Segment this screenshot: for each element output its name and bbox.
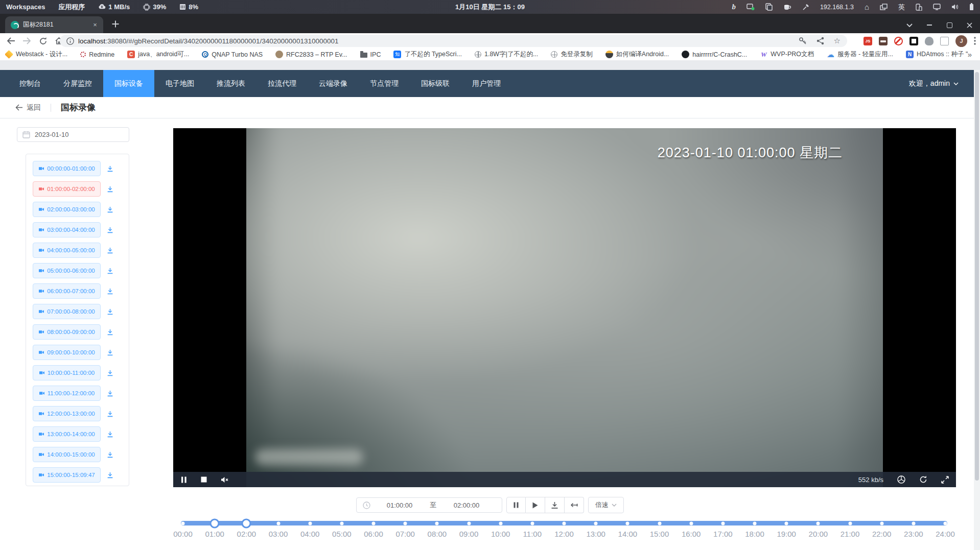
nav-tab-分屏监控[interactable]: 分屏监控 xyxy=(52,70,103,97)
workspaces-button[interactable]: Workspaces xyxy=(6,3,45,11)
browser-back-button[interactable] xyxy=(6,36,16,46)
download-segment-button[interactable] xyxy=(106,308,114,316)
playback-speed-dropdown[interactable]: 倍速 xyxy=(588,497,624,513)
player-mute-icon[interactable] xyxy=(221,476,229,483)
bookmark-item[interactable]: IPC xyxy=(360,51,381,58)
download-segment-button[interactable] xyxy=(106,206,114,213)
site-info-icon[interactable] xyxy=(66,37,74,45)
bookmark-item[interactable]: java、android可... xyxy=(127,50,189,59)
bookmark-item[interactable]: 了不起的 TypeScri... xyxy=(393,50,462,59)
record-segment-button[interactable]: 11:00:00-12:00:00 xyxy=(33,386,101,401)
download-segment-button[interactable] xyxy=(106,288,114,295)
back-button[interactable]: 返回 xyxy=(15,103,41,112)
nav-tab-拉流代理[interactable]: 拉流代理 xyxy=(256,70,308,97)
phone-link-tray-icon[interactable] xyxy=(916,4,922,11)
record-segment-button[interactable]: 13:00:00-14:00:00 xyxy=(33,426,101,442)
player-pause-icon[interactable] xyxy=(181,476,187,483)
nav-tab-国标级联[interactable]: 国标级联 xyxy=(410,70,461,97)
blocker-extension-icon[interactable] xyxy=(894,37,903,45)
home-tray-icon[interactable] xyxy=(865,3,869,11)
player-stop-icon[interactable] xyxy=(201,476,207,483)
timeline-range-handle[interactable] xyxy=(242,518,251,528)
download-segment-button[interactable] xyxy=(106,267,114,275)
pause-button[interactable] xyxy=(506,497,526,513)
window-maximize-button[interactable] xyxy=(946,21,953,29)
download-segment-button[interactable] xyxy=(106,390,114,397)
timeline-track[interactable] xyxy=(181,521,947,525)
bookmark-item[interactable]: 服务器 - 轻量应用... xyxy=(827,50,893,59)
url-address-bar[interactable]: localhost:38080/#/gbRecordDetail/3402000… xyxy=(60,35,847,47)
scrollbar-thumb[interactable] xyxy=(975,72,979,481)
record-segment-button[interactable]: 03:00:00-04:00:00 xyxy=(33,222,101,237)
nav-tab-推流列表[interactable]: 推流列表 xyxy=(205,70,256,97)
play-button[interactable] xyxy=(526,497,545,513)
tab-close-icon[interactable]: × xyxy=(91,21,99,29)
volume-tray-icon[interactable] xyxy=(951,4,959,10)
time-range-input[interactable]: 01:00:00 至 02:00:00 xyxy=(356,497,502,513)
record-segment-button[interactable]: 00:00:00-01:00:00 xyxy=(33,161,101,176)
coffee-cup-tray-icon[interactable] xyxy=(783,4,791,11)
bookmark-item[interactable]: HDAtmos :: 种子 "... xyxy=(906,50,968,59)
timeline-range-handle[interactable] xyxy=(210,518,220,528)
record-segment-button[interactable]: 09:00:00-10:00:00 xyxy=(33,345,101,360)
bookmark-item[interactable]: RFC2833 – RTP Ev... xyxy=(275,51,347,58)
seek-back-button[interactable] xyxy=(565,497,584,513)
workspaces-stack-tray-icon[interactable] xyxy=(880,4,888,11)
applications-menu[interactable]: 应用程序 xyxy=(58,3,85,12)
gray-blob-extension-icon[interactable] xyxy=(925,37,934,45)
download-segment-button[interactable] xyxy=(106,410,114,418)
download-segment-button[interactable] xyxy=(106,471,114,479)
download-segment-button[interactable] xyxy=(106,451,114,459)
app-window-tray-icon[interactable] xyxy=(746,3,755,11)
record-segment-button[interactable]: 12:00:00-13:00:00 xyxy=(33,406,101,421)
tab-search-chevron-icon[interactable] xyxy=(906,21,913,29)
battery-tray-icon[interactable] xyxy=(969,3,974,11)
range-start-time[interactable]: 01:00:00 xyxy=(370,501,429,509)
window-minimize-button[interactable] xyxy=(926,21,933,29)
bookmark-item[interactable]: Webstack - 设计... xyxy=(5,50,67,59)
clock-indicator[interactable]: 1月10日 星期二 15：09 xyxy=(455,3,525,12)
download-record-button[interactable] xyxy=(545,497,565,513)
nav-tab-电子地图[interactable]: 电子地图 xyxy=(154,70,205,97)
record-segment-button[interactable]: 01:00:00-02:00:00 xyxy=(33,181,101,197)
bookmark-star-icon[interactable] xyxy=(834,36,841,45)
record-segment-button[interactable]: 10:00:00-11:00:00 xyxy=(33,365,101,380)
input-method-indicator[interactable]: 英 xyxy=(898,3,905,12)
download-segment-button[interactable] xyxy=(106,369,114,377)
bookmark-item[interactable]: WVP-PRO文档 xyxy=(760,50,814,59)
record-segment-button[interactable]: 08:00:00-09:00:00 xyxy=(33,324,101,340)
date-picker-input[interactable]: 2023-01-10 xyxy=(17,127,129,142)
record-segment-button[interactable]: 05:00:00-06:00:00 xyxy=(33,263,101,278)
profile-avatar[interactable] xyxy=(955,35,967,47)
snapshot-aperture-icon[interactable] xyxy=(897,475,905,484)
display-tray-icon[interactable] xyxy=(933,4,941,10)
bookmark-item[interactable]: QNAP Turbo NAS xyxy=(202,51,263,58)
flat-b-tray-icon[interactable] xyxy=(732,3,736,11)
download-segment-button[interactable] xyxy=(106,226,114,234)
record-segment-button[interactable]: 02:00:00-03:00:00 xyxy=(33,202,101,217)
bookmarks-overflow-chevron[interactable]: » xyxy=(968,50,975,59)
js-extension-icon[interactable] xyxy=(864,37,872,45)
record-segment-button[interactable]: 06:00:00-07:00:00 xyxy=(33,283,101,299)
download-segment-button[interactable] xyxy=(106,165,114,173)
bookmark-item[interactable]: hairrrrr/C-CrashC... xyxy=(682,51,747,58)
bookmark-item[interactable]: 免登录复制 xyxy=(551,50,593,59)
bookmark-item[interactable]: 1.8W字|了不起的... xyxy=(475,50,538,59)
refresh-icon[interactable] xyxy=(919,475,927,484)
video-player[interactable]: 2023-01-10 01:00:00 星期二 552 kb/s xyxy=(173,128,956,487)
record-segment-button[interactable]: 04:00:00-05:00:00 xyxy=(33,243,101,258)
robot-extension-icon[interactable] xyxy=(879,37,888,45)
browser-forward-button[interactable] xyxy=(22,36,32,46)
download-segment-button[interactable] xyxy=(106,349,114,356)
color-picker-tray-icon[interactable] xyxy=(802,4,809,11)
nav-tab-用户管理[interactable]: 用户管理 xyxy=(461,70,512,97)
clipboard-tray-icon[interactable] xyxy=(765,3,773,11)
record-segment-button[interactable]: 14:00:00-15:00:00 xyxy=(33,447,101,462)
download-segment-button[interactable] xyxy=(106,185,114,193)
record-segment-button[interactable]: 07:00:00-08:00:00 xyxy=(33,304,101,319)
download-segment-button[interactable] xyxy=(106,247,114,254)
fullscreen-icon[interactable] xyxy=(941,476,949,484)
bookmark-item[interactable]: 如何编译Android... xyxy=(605,50,669,59)
dark-square-extension-icon[interactable] xyxy=(909,37,918,45)
window-close-button[interactable] xyxy=(966,21,973,29)
